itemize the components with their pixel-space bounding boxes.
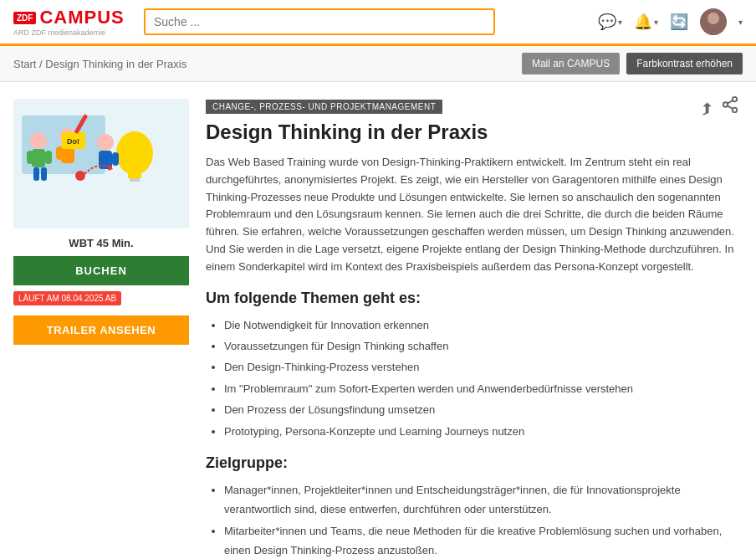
list-item: Die Notwendigkeit für Innovation erkenne… [224, 315, 739, 335]
contrast-button[interactable]: Farbkontrast erhöhen [626, 53, 743, 74]
breadcrumb-bar: Start / Design Thinking in der Praxis Ma… [0, 46, 756, 82]
svg-rect-15 [56, 146, 63, 160]
topics-list: Die Notwendigkeit für Innovation erkenne… [206, 315, 739, 441]
bell-chevron: ▾ [654, 18, 658, 27]
svg-rect-11 [33, 167, 39, 181]
svg-line-28 [728, 100, 733, 104]
svg-rect-10 [45, 151, 52, 164]
buchen-button[interactable]: BUCHEN [13, 256, 189, 285]
list-item: Im "Problemraum" zum Sofort-Experten wer… [224, 379, 739, 398]
chat-icon: 💬 [598, 13, 616, 31]
list-item: Manager*innen, Projektleiter*innen und E… [224, 480, 739, 520]
list-item: Den Prozess der Lösungsfindung umsetzen [224, 400, 739, 419]
breadcrumb-actions: Mail an CAMPUS Farbkontrast erhöhen [522, 53, 743, 74]
search-input[interactable] [144, 8, 495, 35]
avatar-chevron[interactable]: ▾ [738, 18, 743, 27]
breadcrumb: Start / Design Thinking in der Praxis [13, 58, 186, 70]
target-list: Manager*innen, Projektleiter*innen und E… [206, 480, 739, 559]
expires-badge: LÄUFT AM 08.04.2025 AB [13, 291, 121, 305]
svg-text:Do!: Do! [67, 137, 79, 146]
list-item: Den Design-Thinking-Prozess verstehen [224, 357, 739, 377]
category-tag: CHANGE-, PROZESS- UND PROJEKTMANAGEMENT [206, 100, 442, 114]
course-title: Design Thinking in der Praxis [206, 121, 739, 144]
chat-button[interactable]: 💬 ▾ [598, 13, 622, 31]
refresh-button[interactable]: 🔄 [670, 13, 688, 31]
logo-top: ZDF CAMPUS [13, 7, 125, 28]
bell-button[interactable]: 🔔 ▾ [634, 13, 658, 31]
chevron-down-icon: ▾ [738, 18, 743, 27]
refresh-icon: 🔄 [670, 13, 688, 31]
course-description: Das Web Based Training wurde von Design-… [206, 154, 739, 276]
header: ZDF CAMPUS ARD ZDF medienakademie 💬 ▾ 🔔 … [0, 0, 756, 46]
svg-point-7 [30, 132, 47, 149]
svg-line-27 [728, 105, 733, 109]
campus-logo-text: CAMPUS [39, 7, 124, 28]
logo-area: ZDF CAMPUS ARD ZDF medienakademie [13, 7, 130, 37]
bell-icon: 🔔 [634, 13, 652, 31]
list-item: Prototyping, Persona-Konzepte und Learni… [224, 422, 739, 441]
trailer-button[interactable]: TRAILER ANSEHEN [13, 315, 189, 345]
svg-rect-8 [32, 149, 45, 167]
list-item: Voraussetzungen für Design Thinking scha… [224, 336, 739, 356]
sidebar: Do! WBT 45 Min. BUCHEN LÄUFT AM 08.04.20… [13, 99, 189, 559]
chat-chevron: ▾ [618, 18, 622, 27]
svg-point-0 [707, 13, 719, 24]
course-image: Do! [13, 99, 189, 228]
breadcrumb-current: Design Thinking in der Praxis [45, 58, 186, 70]
share-icon[interactable]: ⮭ [699, 95, 739, 118]
zdf-badge: ZDF [13, 12, 36, 24]
target-title: Zielgruppe: [206, 454, 739, 472]
svg-rect-9 [27, 151, 33, 164]
course-detail: ⮭ CHANGE-, PROZESS- UND PROJEKTMANAGEMEN… [206, 99, 739, 559]
svg-point-1 [703, 27, 723, 35]
logo-subtitle: ARD ZDF medienakademie [13, 28, 105, 37]
svg-rect-6 [130, 178, 140, 182]
avatar[interactable] [700, 8, 727, 35]
mail-campus-button[interactable]: Mail an CAMPUS [522, 53, 620, 74]
breadcrumb-start[interactable]: Start [13, 58, 36, 70]
svg-point-23 [75, 171, 85, 181]
topics-title: Um folgende Themen geht es: [206, 290, 739, 307]
svg-rect-20 [112, 152, 119, 166]
list-item: Mitarbeiter*innen und Teams, die neue Me… [224, 521, 739, 559]
svg-rect-12 [41, 167, 47, 181]
wbt-label: WBT 45 Min. [13, 237, 189, 249]
main-content: Do! WBT 45 Min. BUCHEN LÄUFT AM 08.04.20… [0, 82, 753, 559]
svg-point-4 [116, 131, 153, 175]
svg-rect-5 [128, 172, 141, 178]
header-icons: 💬 ▾ 🔔 ▾ 🔄 ▾ [598, 8, 743, 35]
svg-point-18 [97, 134, 114, 151]
